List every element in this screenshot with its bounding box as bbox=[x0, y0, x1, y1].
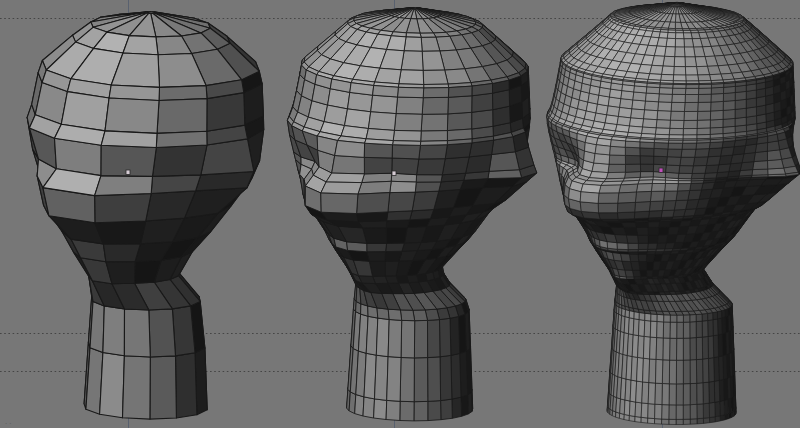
head-models bbox=[27, 2, 800, 424]
origin-dot-low bbox=[126, 170, 130, 175]
viewport-3d: .. bbox=[0, 0, 800, 428]
corner-artifact: .. bbox=[4, 418, 12, 426]
origin-dot-medium bbox=[392, 171, 396, 176]
viewport: .. bbox=[0, 0, 800, 428]
origin-dot-high bbox=[659, 168, 663, 173]
